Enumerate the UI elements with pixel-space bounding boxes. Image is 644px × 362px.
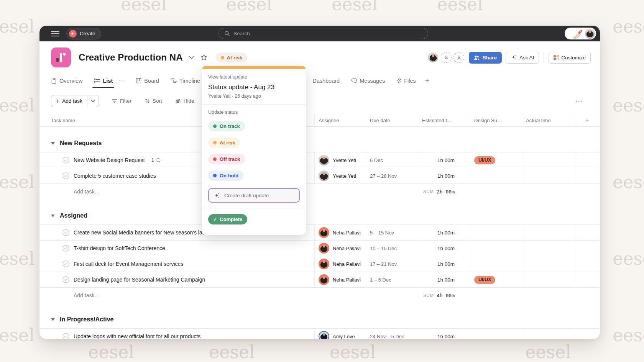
due-date-cell[interactable]: 5 – 15 Nov — [366, 225, 418, 240]
check-circle-icon[interactable] — [62, 245, 69, 252]
due-date-cell[interactable]: 10 – 15 Dec — [366, 241, 418, 256]
status-option-complete[interactable]: ✓ Complete — [208, 214, 247, 224]
toolbar-more-icon[interactable]: ⋯ — [575, 97, 583, 105]
estimated-time-cell[interactable]: 1h 00m — [418, 329, 470, 339]
add-task-button[interactable]: + Add task — [51, 95, 87, 107]
actual-time-cell[interactable] — [522, 152, 574, 168]
tab-files[interactable]: Files — [396, 74, 416, 88]
actual-time-cell[interactable] — [522, 168, 574, 183]
add-task-caret-button[interactable] — [87, 95, 99, 107]
ask-ai-button[interactable]: Ask AI — [506, 52, 539, 64]
assignee-cell[interactable]: Yvette Yeti — [314, 168, 366, 183]
assignee-cell[interactable]: Neha Pallavi — [314, 256, 366, 272]
actual-time-cell[interactable] — [522, 225, 574, 240]
account-pill[interactable] — [565, 28, 596, 39]
actual-time-cell[interactable] — [522, 272, 574, 287]
section-title[interactable]: New Requests — [60, 140, 102, 147]
task-name-cell[interactable]: Design landing page for Seasonal Marketi… — [39, 272, 314, 287]
check-circle-icon[interactable] — [62, 333, 69, 339]
collapse-triangle-icon[interactable] — [51, 142, 55, 145]
tab-board[interactable]: Board — [136, 74, 159, 88]
column-header-estimated[interactable]: Estimated t… — [418, 114, 470, 126]
add-column-button[interactable]: + — [574, 114, 600, 126]
status-badge[interactable]: At risk — [216, 52, 247, 62]
search-input[interactable]: Search — [219, 28, 428, 39]
create-button[interactable]: + Create — [66, 28, 101, 39]
design-tag-cell[interactable] — [470, 329, 522, 339]
check-circle-icon[interactable] — [62, 229, 69, 236]
actual-time-cell[interactable] — [522, 241, 574, 256]
watermark: eesel — [613, 95, 644, 116]
assignee-cell[interactable]: Yvette Yeti — [314, 152, 366, 168]
status-option-off-track[interactable]: Off track — [208, 154, 245, 164]
assignee-cell[interactable]: Amy Love — [314, 329, 366, 339]
latest-update-title[interactable]: Status update - Aug 23 — [208, 84, 300, 91]
estimated-time-cell[interactable]: 1h 00m — [418, 272, 470, 287]
check-circle-icon[interactable] — [62, 172, 69, 179]
column-header-due-date[interactable]: Due date — [366, 114, 418, 126]
tab-list[interactable]: List — [94, 74, 113, 88]
share-button[interactable]: Share — [469, 52, 502, 64]
invite-member-placeholder[interactable] — [453, 52, 464, 63]
assignee-cell[interactable]: Neha Pallavi — [314, 225, 366, 240]
section-title[interactable]: In Progress/Active — [60, 316, 114, 323]
design-tag-cell[interactable] — [470, 241, 522, 256]
tab-messages[interactable]: Messages — [351, 74, 385, 88]
estimated-time-cell[interactable]: 1h 00m — [418, 152, 470, 168]
design-tag-cell[interactable]: UI/UX — [470, 272, 522, 287]
chevron-down-icon[interactable] — [189, 56, 194, 59]
favorite-star-icon[interactable] — [200, 54, 207, 61]
due-date-cell[interactable]: 27 – 28 Nov — [366, 168, 418, 183]
avatar[interactable] — [585, 29, 595, 39]
member-avatar[interactable] — [427, 52, 439, 63]
status-option-at-risk[interactable]: At risk — [208, 138, 240, 148]
status-option-on-hold[interactable]: On hold — [208, 170, 243, 181]
estimated-time-cell[interactable]: 1h 00m — [418, 256, 470, 272]
due-date-cell[interactable]: 6 Dec — [366, 152, 418, 168]
column-header-assignee[interactable]: Assignee — [314, 114, 366, 126]
collapse-triangle-icon[interactable] — [51, 318, 55, 321]
hide-button[interactable]: Hide — [175, 98, 194, 104]
customize-button[interactable]: Customize — [549, 52, 591, 64]
create-draft-update-button[interactable]: Create draft update — [208, 188, 300, 203]
assignee-cell[interactable]: Neha Pallavi — [314, 272, 366, 287]
task-name-cell[interactable]: Update logos with new official font for … — [39, 329, 314, 339]
hamburger-menu-icon[interactable] — [51, 31, 59, 36]
task-name-cell[interactable]: First call deck for Event Management ser… — [39, 256, 314, 272]
due-date-cell[interactable]: 17 – 21 Nov — [366, 256, 418, 272]
collapse-triangle-icon[interactable] — [51, 215, 55, 217]
tab-dashboard[interactable]: Dashboard — [312, 74, 340, 88]
design-tag-cell[interactable] — [470, 225, 522, 240]
design-tag-cell[interactable] — [470, 168, 522, 183]
avatar — [319, 243, 329, 254]
check-circle-icon[interactable] — [62, 276, 69, 283]
check-circle-icon[interactable] — [62, 260, 69, 267]
project-icon[interactable] — [51, 48, 71, 67]
actual-time-cell[interactable] — [522, 329, 574, 339]
estimated-time-cell[interactable]: 1h 00m — [418, 241, 470, 256]
estimated-time-cell[interactable]: 1h 00m — [418, 168, 470, 183]
task-name-cell[interactable]: T-shirt design for SoftTech Conference — [39, 241, 314, 256]
column-header-design[interactable]: Design Su… — [470, 114, 522, 126]
column-header-actual[interactable]: Actual time — [522, 114, 574, 126]
design-tag-cell[interactable]: UI/UX — [470, 152, 522, 168]
tab-overview[interactable]: Overview — [51, 74, 82, 88]
assignee-cell[interactable]: Neha Pallavi — [314, 241, 366, 256]
list-tab-more-icon[interactable]: ⋯ — [118, 77, 124, 84]
due-date-cell[interactable]: 24 Nov – 5 Dec — [366, 329, 418, 339]
filter-button[interactable]: Filter — [112, 98, 131, 104]
design-tag-cell[interactable] — [470, 256, 522, 272]
invite-member-placeholder[interactable] — [441, 52, 452, 63]
sort-button[interactable]: Sort — [145, 98, 162, 104]
task-row: New Website Design Request 1 Yvette Yeti… — [39, 152, 600, 168]
actual-time-cell[interactable] — [522, 256, 574, 272]
add-task-inline[interactable]: Add task… — [39, 288, 314, 303]
section-title[interactable]: Assigned — [60, 212, 87, 219]
add-task-row: Add task… SUM 4h 00m — [39, 287, 600, 303]
estimated-time-cell[interactable]: 1h 00m — [418, 225, 470, 240]
due-date-cell[interactable]: 1 – 5 Dec — [366, 272, 418, 287]
tab-timeline[interactable]: Timeline — [171, 74, 200, 88]
status-option-on-track[interactable]: On track — [208, 121, 245, 131]
add-view-button[interactable]: + — [425, 77, 429, 85]
check-circle-icon[interactable] — [62, 157, 69, 164]
